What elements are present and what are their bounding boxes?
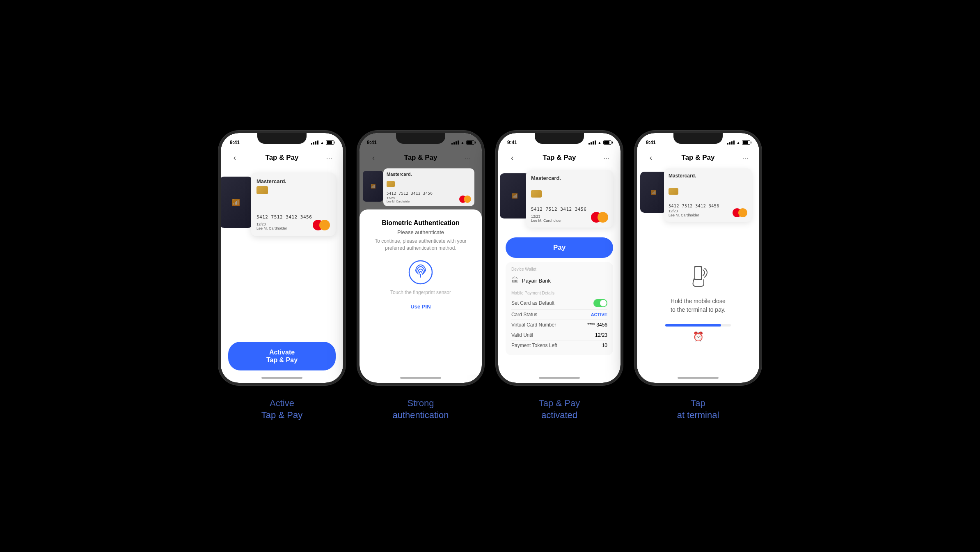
detail-row-tokens: Payment Tokens Left 10 (511, 340, 607, 350)
status-icons-1: ▲ (311, 140, 334, 145)
card-number-2: 5412 7512 3412 3456 (387, 191, 471, 196)
detail-row-default: Set Card as Default (511, 297, 607, 310)
card-back-2: 📶 (363, 171, 383, 202)
card-expiry-3: 12/23 (531, 214, 562, 218)
mastercard-logo-1 (313, 220, 330, 230)
card-area-1: 📶 Mastercard. 5412 7512 3412 3456 (221, 168, 343, 375)
phone3-screen: 9:41 ▲ ‹ (498, 133, 621, 383)
card-details-4: 12/23 Lee M. Cardholder (669, 208, 747, 217)
more-button-3[interactable]: ··· (600, 151, 613, 164)
bio-subtitle: Please authenticate (397, 229, 444, 235)
wifi-icon-3: ▲ (598, 140, 602, 145)
card-brand-2: Mastercard. (387, 172, 471, 177)
timer-icon: ⏰ (693, 331, 704, 342)
card-main-1[interactable]: Mastercard. 5412 7512 3412 3456 12/23 Le… (251, 172, 336, 236)
progress-fill (665, 324, 721, 327)
phone2-screen: 9:41 ▲ (359, 133, 482, 383)
home-indicator-2 (400, 377, 441, 379)
back-button-3[interactable]: ‹ (506, 151, 519, 164)
detail-label-default: Set Card as Default (511, 300, 554, 306)
bank-icon: 🏛 (511, 276, 519, 285)
detail-value-tokens: 10 (602, 343, 607, 348)
toggle-default[interactable] (593, 299, 607, 307)
notch4 (673, 133, 723, 144)
card-holder-4: Lee M. Cardholder (669, 213, 699, 217)
detail-row-vcn: Virtual Card Number **** 3456 (511, 320, 607, 330)
payment-details-3: Device Wallet 🏛 Payair Bank Mobile Payme… (506, 262, 613, 355)
home-indicator-4 (678, 377, 719, 379)
phone3-frame: 9:41 ▲ ‹ (496, 131, 623, 385)
phone4-frame: 9:41 ▲ ‹ (634, 131, 762, 385)
card-chip-1 (256, 186, 268, 194)
notch1 (257, 133, 307, 144)
card-details-2: 12/23 Lee M. Cardholder (387, 196, 471, 203)
notch2 (396, 133, 445, 144)
nfc-icon-small-4: 📶 (651, 190, 657, 195)
wifi-icon-4: ▲ (736, 140, 740, 145)
phone2-frame: 9:41 ▲ (357, 131, 484, 385)
mastercard-logo-3 (591, 212, 608, 223)
battery-icon-2 (466, 140, 474, 145)
phone4-screen: 9:41 ▲ ‹ (637, 133, 759, 383)
svg-point-0 (409, 261, 432, 284)
card-main-4[interactable]: Mastercard. 5412 7512 3412 3456 12/23 Le… (664, 168, 752, 222)
app-title-4: Tap & Pay (682, 154, 715, 162)
signal-icon-1 (311, 140, 318, 145)
card-number-1: 5412 7512 3412 3456 (256, 214, 330, 220)
wifi-icon-1: ▲ (320, 140, 324, 145)
back-button-4[interactable]: ‹ (644, 151, 657, 164)
home-indicator-3 (539, 377, 580, 379)
card-chip-3 (531, 190, 542, 198)
card-number-3: 5412 7512 3412 3456 (531, 207, 608, 212)
card-carousel-1: 📶 Mastercard. 5412 7512 3412 3456 (228, 172, 336, 238)
bio-desc: To continue, please authenticate with yo… (369, 238, 473, 252)
status-time-3: 9:41 (507, 140, 517, 145)
wifi-icon-2: ▲ (460, 140, 465, 145)
back-button-1[interactable]: ‹ (228, 151, 241, 164)
notch3 (535, 133, 584, 144)
detail-label-status: Card Status (511, 312, 537, 317)
nfc-icon-small-2: 📶 (371, 184, 376, 189)
status-time-4: 9:41 (646, 140, 656, 145)
card-holder-1: Lee M. Cardholder (256, 226, 287, 230)
phone1-frame: 9:41 ▲ (218, 131, 346, 385)
caption-1: Active Tap & Pay (261, 398, 302, 421)
biometric-sheet: Biometric Authentication Please authenti… (359, 209, 482, 375)
use-pin-button[interactable]: Use PIN (410, 304, 430, 310)
card-dim-area-2: 📶 Mastercard. 5412 7512 3412 3456 12/23 (367, 168, 474, 209)
detail-label-tokens: Payment Tokens Left (511, 343, 557, 348)
phone2-inner: 9:41 ▲ (359, 133, 482, 383)
more-button-1[interactable]: ··· (323, 151, 336, 164)
battery-icon-4 (742, 140, 750, 145)
status-icons-2: ▲ (451, 140, 474, 145)
fingerprint-icon (408, 260, 433, 285)
phone1-screen: 9:41 ▲ (221, 133, 343, 383)
caption-4: Tap at terminal (677, 398, 719, 421)
mastercard-logo-2 (459, 196, 471, 203)
app-bar-1: ‹ Tap & Pay ··· (221, 149, 343, 168)
phones-row: 9:41 ▲ (218, 131, 762, 421)
caption-3: Tap & Pay activated (539, 398, 580, 421)
app-title-1: Tap & Pay (266, 154, 299, 162)
more-button-2[interactable]: ··· (461, 151, 474, 164)
device-wallet-label: Device Wallet (511, 267, 607, 271)
card-expiry-4: 12/23 (669, 209, 699, 213)
nfc-tap-svg (682, 258, 714, 291)
more-button-4[interactable]: ··· (739, 151, 752, 164)
tap-nfc-icon (682, 258, 714, 291)
pay-button-3[interactable]: Pay (506, 237, 613, 258)
back-button-2[interactable]: ‹ (367, 151, 380, 164)
app-title-3: Tap & Pay (543, 154, 576, 162)
signal-icon-3 (588, 140, 596, 145)
card-area-4-small: 📶 Mastercard. 5412 7512 3412 3456 12/23 (637, 168, 759, 226)
signal-icon-4 (727, 140, 735, 145)
activate-button-1[interactable]: Activate Tap & Pay (228, 342, 336, 370)
bio-title: Biometric Authentication (382, 219, 460, 227)
card-main-3[interactable]: Mastercard. 5412 7512 3412 3456 12/23 Le… (526, 170, 613, 228)
detail-row-valid: Valid Until 12/23 (511, 330, 607, 340)
app-bar-4: ‹ Tap & Pay ··· (637, 149, 759, 168)
bank-name: Payair Bank (522, 278, 551, 284)
card-holder-2: Lee M. Cardholder (387, 200, 410, 203)
nfc-icon-small-1: 📶 (232, 198, 240, 206)
card-area-3: 📶 Mastercard. 5412 7512 3412 3456 12/23 (498, 168, 621, 375)
